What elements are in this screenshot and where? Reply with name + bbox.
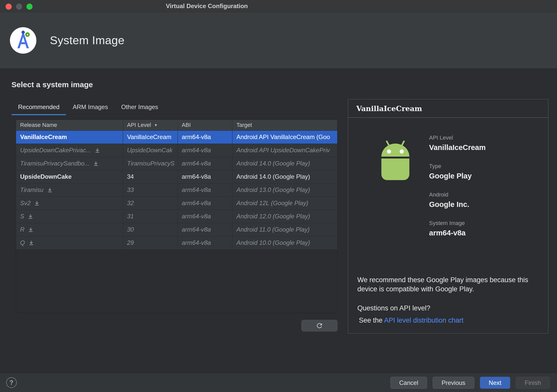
cell-release-name: S <box>16 210 123 223</box>
table-row[interactable]: Tiramisu 33 arm64-v8a Android 13.0 (Goog… <box>16 183 337 197</box>
table-header-row: Release Name API Level▼ ABI Target <box>16 120 337 130</box>
recommendation-text: We recommend these Google Play images be… <box>357 275 537 294</box>
column-header-release-name[interactable]: Release Name <box>16 120 123 130</box>
cell-abi: arm64-v8a <box>178 236 232 249</box>
help-button[interactable]: ? <box>6 377 17 388</box>
table-row[interactable]: Q 29 arm64-v8a Android 10.0 (Google Play… <box>16 236 337 249</box>
refresh-button[interactable] <box>301 320 338 331</box>
previous-button[interactable]: Previous <box>433 377 474 389</box>
download-icon[interactable] <box>34 201 40 206</box>
release-name: S <box>20 213 24 220</box>
finish-button: Finish <box>516 377 550 389</box>
field-label: Type <box>429 163 486 170</box>
cell-target: Android 14.0 (Google Play) <box>232 157 337 170</box>
download-icon[interactable] <box>47 187 53 193</box>
sort-descending-icon: ▼ <box>154 123 158 127</box>
cell-release-name: Sv2 <box>16 197 123 210</box>
cell-target: Android 10.0 (Google Play) <box>232 236 337 249</box>
field-label: System Image <box>429 220 486 227</box>
android-studio-logo-icon <box>10 27 37 54</box>
details-fields: API Level VanillaIceCream Type Google Pl… <box>429 134 486 248</box>
column-header-abi[interactable]: ABI <box>178 120 232 130</box>
cell-target: Android API VanillaIceCream (Goo <box>232 130 337 144</box>
see-the-text: See the API level distribution chart <box>359 316 463 324</box>
column-header-api-level[interactable]: API Level▼ <box>123 120 178 130</box>
wizard-header: System Image <box>0 12 557 69</box>
api-level-question-text: Questions on API level? <box>357 304 430 312</box>
cell-target: Android 13.0 (Google Play) <box>232 183 337 197</box>
cell-release-name: VanillaIceCream <box>16 130 123 144</box>
release-name: Sv2 <box>20 200 31 206</box>
tab-recommended[interactable]: Recommended <box>11 100 66 115</box>
detail-field-api-level: API Level VanillaIceCream <box>429 134 486 152</box>
tab-arm-images[interactable]: ARM Images <box>66 100 115 115</box>
release-name: Tiramisu <box>20 186 43 193</box>
android-robot-icon <box>373 140 418 191</box>
cell-abi: arm64-v8a <box>178 197 232 210</box>
cell-release-name: UpsideDownCake <box>16 170 123 183</box>
cell-abi: arm64-v8a <box>178 157 232 170</box>
cell-api-level: 31 <box>123 210 178 223</box>
close-window-button[interactable] <box>6 4 12 10</box>
column-label: API Level <box>127 122 151 128</box>
download-icon[interactable] <box>28 240 34 246</box>
release-name: Q <box>20 239 25 246</box>
next-button[interactable]: Next <box>480 377 510 389</box>
field-value: VanillaIceCream <box>429 143 486 152</box>
cell-release-name: Q <box>16 236 123 249</box>
cell-release-name: R <box>16 223 123 236</box>
table-row[interactable]: VanillaIceCream VanillaIceCream arm64-v8… <box>16 130 337 144</box>
cell-target: Android API UpsideDownCakePriv <box>232 144 337 157</box>
cell-api-level: 32 <box>123 197 178 210</box>
cell-abi: arm64-v8a <box>178 183 232 197</box>
cell-release-name: UpsideDownCakePrivac... <box>16 144 123 157</box>
footer-buttons: Cancel Previous Next Finish <box>390 377 550 389</box>
page-title: System Image <box>50 34 125 47</box>
details-title: VanillaIceCream <box>348 99 548 118</box>
download-icon[interactable] <box>95 148 100 153</box>
table-row[interactable]: Sv2 32 arm64-v8a Android 12L (Google Pla… <box>16 197 337 210</box>
field-label: Android <box>429 191 486 198</box>
cancel-button[interactable]: Cancel <box>390 377 427 389</box>
cell-abi: arm64-v8a <box>178 130 232 144</box>
table-row[interactable]: TiramisuPrivacySandbo... TiramisuPrivacy… <box>16 157 337 170</box>
system-image-table: Release Name API Level▼ ABI Target Vanil… <box>16 119 338 313</box>
cell-api-level: 30 <box>123 223 178 236</box>
window-controls <box>6 4 33 10</box>
cell-api-level: 33 <box>123 183 178 197</box>
section-heading: Select a system image <box>11 80 93 89</box>
field-label: API Level <box>429 134 486 141</box>
column-label: Target <box>237 122 252 128</box>
release-name: UpsideDownCakePrivac... <box>20 147 91 154</box>
details-panel: VanillaIceCream API Level Vanil <box>348 99 548 334</box>
table-row[interactable]: R 30 arm64-v8a Android 11.0 (Google Play… <box>16 223 337 236</box>
release-name: UpsideDownCake <box>20 173 72 180</box>
cell-target: Android 12L (Google Play) <box>232 197 337 210</box>
table-row[interactable]: UpsideDownCakePrivac... UpsideDownCak ar… <box>16 144 337 157</box>
titlebar: Virtual Device Configuration <box>0 0 557 12</box>
cell-api-level: TiramisuPrivacyS <box>123 157 178 170</box>
cell-api-level: UpsideDownCak <box>123 144 178 157</box>
cell-target: Android 11.0 (Google Play) <box>232 223 337 236</box>
release-name: TiramisuPrivacySandbo... <box>20 160 90 167</box>
download-icon[interactable] <box>28 214 33 219</box>
table-row[interactable]: S 31 arm64-v8a Android 12.0 (Google Play… <box>16 210 337 223</box>
release-name: VanillaIceCream <box>20 133 67 140</box>
table-row[interactable]: UpsideDownCake 34 arm64-v8a Android 14.0… <box>16 170 337 183</box>
cell-abi: arm64-v8a <box>178 170 232 183</box>
zoom-window-button[interactable] <box>26 4 33 10</box>
see-prefix: See the <box>359 316 384 324</box>
tab-other-images[interactable]: Other Images <box>114 100 165 115</box>
refresh-icon <box>316 322 323 329</box>
download-icon[interactable] <box>28 227 34 233</box>
api-distribution-chart-link[interactable]: API level distribution chart <box>384 316 463 324</box>
column-header-target[interactable]: Target <box>232 120 337 130</box>
detail-field-system-image: System Image arm64-v8a <box>429 220 486 237</box>
cell-target: Android 12.0 (Google Play) <box>232 210 337 223</box>
minimize-window-button[interactable] <box>16 4 22 10</box>
column-label: Release Name <box>20 122 57 128</box>
download-icon[interactable] <box>93 161 99 167</box>
field-value: arm64-v8a <box>429 229 486 237</box>
field-value: Google Inc. <box>429 200 486 209</box>
cell-abi: arm64-v8a <box>178 223 232 236</box>
